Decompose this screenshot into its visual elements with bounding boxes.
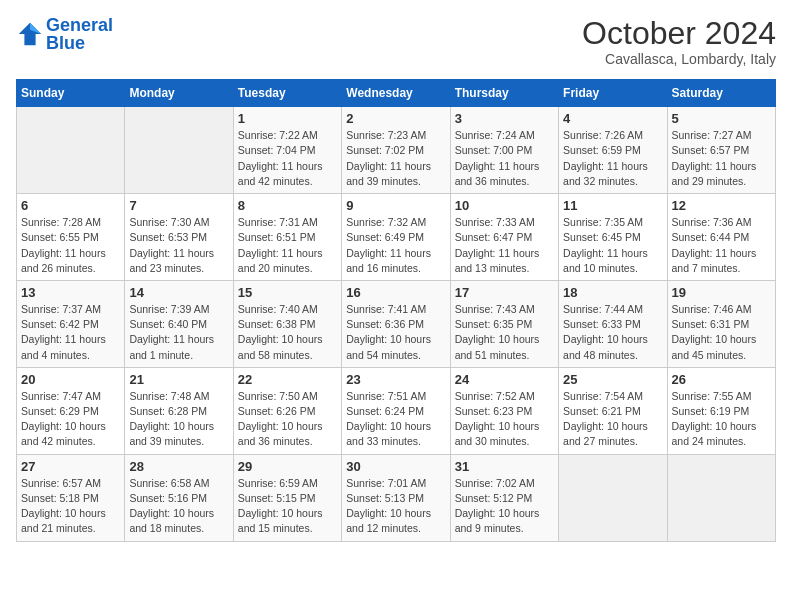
calendar-cell: 18Sunrise: 7:44 AMSunset: 6:33 PMDayligh… [559, 280, 667, 367]
day-info: Sunrise: 7:32 AMSunset: 6:49 PMDaylight:… [346, 215, 445, 276]
column-header-monday: Monday [125, 80, 233, 107]
day-info: Sunrise: 7:40 AMSunset: 6:38 PMDaylight:… [238, 302, 337, 363]
calendar-cell [559, 454, 667, 541]
day-number: 6 [21, 198, 120, 213]
day-info: Sunrise: 7:46 AMSunset: 6:31 PMDaylight:… [672, 302, 771, 363]
calendar-cell: 22Sunrise: 7:50 AMSunset: 6:26 PMDayligh… [233, 367, 341, 454]
calendar-cell: 12Sunrise: 7:36 AMSunset: 6:44 PMDayligh… [667, 194, 775, 281]
day-info: Sunrise: 7:37 AMSunset: 6:42 PMDaylight:… [21, 302, 120, 363]
day-number: 28 [129, 459, 228, 474]
day-number: 17 [455, 285, 554, 300]
day-number: 13 [21, 285, 120, 300]
column-header-thursday: Thursday [450, 80, 558, 107]
calendar-cell: 3Sunrise: 7:24 AMSunset: 7:00 PMDaylight… [450, 107, 558, 194]
day-info: Sunrise: 7:55 AMSunset: 6:19 PMDaylight:… [672, 389, 771, 450]
day-info: Sunrise: 7:50 AMSunset: 6:26 PMDaylight:… [238, 389, 337, 450]
day-number: 21 [129, 372, 228, 387]
day-info: Sunrise: 7:54 AMSunset: 6:21 PMDaylight:… [563, 389, 662, 450]
day-info: Sunrise: 7:35 AMSunset: 6:45 PMDaylight:… [563, 215, 662, 276]
day-number: 8 [238, 198, 337, 213]
day-info: Sunrise: 7:30 AMSunset: 6:53 PMDaylight:… [129, 215, 228, 276]
day-number: 12 [672, 198, 771, 213]
day-info: Sunrise: 6:58 AMSunset: 5:16 PMDaylight:… [129, 476, 228, 537]
page-header: GeneralBlue October 2024 Cavallasca, Lom… [16, 16, 776, 67]
day-info: Sunrise: 7:22 AMSunset: 7:04 PMDaylight:… [238, 128, 337, 189]
day-info: Sunrise: 7:33 AMSunset: 6:47 PMDaylight:… [455, 215, 554, 276]
day-info: Sunrise: 7:36 AMSunset: 6:44 PMDaylight:… [672, 215, 771, 276]
day-number: 15 [238, 285, 337, 300]
calendar-cell: 25Sunrise: 7:54 AMSunset: 6:21 PMDayligh… [559, 367, 667, 454]
title-block: October 2024 Cavallasca, Lombardy, Italy [582, 16, 776, 67]
calendar-cell: 14Sunrise: 7:39 AMSunset: 6:40 PMDayligh… [125, 280, 233, 367]
day-number: 7 [129, 198, 228, 213]
day-info: Sunrise: 7:43 AMSunset: 6:35 PMDaylight:… [455, 302, 554, 363]
calendar-cell: 29Sunrise: 6:59 AMSunset: 5:15 PMDayligh… [233, 454, 341, 541]
calendar-week-row: 27Sunrise: 6:57 AMSunset: 5:18 PMDayligh… [17, 454, 776, 541]
column-header-saturday: Saturday [667, 80, 775, 107]
day-info: Sunrise: 6:57 AMSunset: 5:18 PMDaylight:… [21, 476, 120, 537]
day-number: 3 [455, 111, 554, 126]
day-number: 11 [563, 198, 662, 213]
calendar-week-row: 6Sunrise: 7:28 AMSunset: 6:55 PMDaylight… [17, 194, 776, 281]
day-info: Sunrise: 7:28 AMSunset: 6:55 PMDaylight:… [21, 215, 120, 276]
calendar-week-row: 13Sunrise: 7:37 AMSunset: 6:42 PMDayligh… [17, 280, 776, 367]
day-info: Sunrise: 7:31 AMSunset: 6:51 PMDaylight:… [238, 215, 337, 276]
calendar-cell: 8Sunrise: 7:31 AMSunset: 6:51 PMDaylight… [233, 194, 341, 281]
calendar-cell: 9Sunrise: 7:32 AMSunset: 6:49 PMDaylight… [342, 194, 450, 281]
calendar-cell [667, 454, 775, 541]
day-number: 30 [346, 459, 445, 474]
column-header-sunday: Sunday [17, 80, 125, 107]
day-number: 16 [346, 285, 445, 300]
day-number: 25 [563, 372, 662, 387]
calendar-cell: 27Sunrise: 6:57 AMSunset: 5:18 PMDayligh… [17, 454, 125, 541]
day-info: Sunrise: 6:59 AMSunset: 5:15 PMDaylight:… [238, 476, 337, 537]
calendar-header-row: SundayMondayTuesdayWednesdayThursdayFrid… [17, 80, 776, 107]
day-info: Sunrise: 7:01 AMSunset: 5:13 PMDaylight:… [346, 476, 445, 537]
month-title: October 2024 [582, 16, 776, 51]
calendar-cell: 30Sunrise: 7:01 AMSunset: 5:13 PMDayligh… [342, 454, 450, 541]
calendar-cell [125, 107, 233, 194]
day-info: Sunrise: 7:52 AMSunset: 6:23 PMDaylight:… [455, 389, 554, 450]
calendar-cell: 19Sunrise: 7:46 AMSunset: 6:31 PMDayligh… [667, 280, 775, 367]
calendar-cell: 4Sunrise: 7:26 AMSunset: 6:59 PMDaylight… [559, 107, 667, 194]
calendar-cell: 28Sunrise: 6:58 AMSunset: 5:16 PMDayligh… [125, 454, 233, 541]
day-info: Sunrise: 7:23 AMSunset: 7:02 PMDaylight:… [346, 128, 445, 189]
calendar-cell: 17Sunrise: 7:43 AMSunset: 6:35 PMDayligh… [450, 280, 558, 367]
day-number: 31 [455, 459, 554, 474]
logo-icon [16, 20, 44, 48]
day-info: Sunrise: 7:48 AMSunset: 6:28 PMDaylight:… [129, 389, 228, 450]
day-number: 9 [346, 198, 445, 213]
calendar-cell: 5Sunrise: 7:27 AMSunset: 6:57 PMDaylight… [667, 107, 775, 194]
day-number: 23 [346, 372, 445, 387]
calendar-cell: 16Sunrise: 7:41 AMSunset: 6:36 PMDayligh… [342, 280, 450, 367]
day-number: 10 [455, 198, 554, 213]
day-number: 29 [238, 459, 337, 474]
day-number: 22 [238, 372, 337, 387]
day-info: Sunrise: 7:24 AMSunset: 7:00 PMDaylight:… [455, 128, 554, 189]
day-info: Sunrise: 7:26 AMSunset: 6:59 PMDaylight:… [563, 128, 662, 189]
day-info: Sunrise: 7:02 AMSunset: 5:12 PMDaylight:… [455, 476, 554, 537]
calendar-cell: 31Sunrise: 7:02 AMSunset: 5:12 PMDayligh… [450, 454, 558, 541]
calendar-cell: 13Sunrise: 7:37 AMSunset: 6:42 PMDayligh… [17, 280, 125, 367]
calendar-cell: 7Sunrise: 7:30 AMSunset: 6:53 PMDaylight… [125, 194, 233, 281]
calendar-week-row: 20Sunrise: 7:47 AMSunset: 6:29 PMDayligh… [17, 367, 776, 454]
day-info: Sunrise: 7:27 AMSunset: 6:57 PMDaylight:… [672, 128, 771, 189]
calendar-cell: 15Sunrise: 7:40 AMSunset: 6:38 PMDayligh… [233, 280, 341, 367]
calendar-cell: 24Sunrise: 7:52 AMSunset: 6:23 PMDayligh… [450, 367, 558, 454]
calendar-table: SundayMondayTuesdayWednesdayThursdayFrid… [16, 79, 776, 541]
day-info: Sunrise: 7:51 AMSunset: 6:24 PMDaylight:… [346, 389, 445, 450]
day-number: 5 [672, 111, 771, 126]
calendar-cell: 21Sunrise: 7:48 AMSunset: 6:28 PMDayligh… [125, 367, 233, 454]
column-header-friday: Friday [559, 80, 667, 107]
day-number: 2 [346, 111, 445, 126]
calendar-cell: 6Sunrise: 7:28 AMSunset: 6:55 PMDaylight… [17, 194, 125, 281]
day-info: Sunrise: 7:39 AMSunset: 6:40 PMDaylight:… [129, 302, 228, 363]
day-info: Sunrise: 7:47 AMSunset: 6:29 PMDaylight:… [21, 389, 120, 450]
calendar-cell: 20Sunrise: 7:47 AMSunset: 6:29 PMDayligh… [17, 367, 125, 454]
day-number: 26 [672, 372, 771, 387]
calendar-cell: 11Sunrise: 7:35 AMSunset: 6:45 PMDayligh… [559, 194, 667, 281]
location: Cavallasca, Lombardy, Italy [582, 51, 776, 67]
calendar-cell [17, 107, 125, 194]
day-number: 14 [129, 285, 228, 300]
column-header-wednesday: Wednesday [342, 80, 450, 107]
